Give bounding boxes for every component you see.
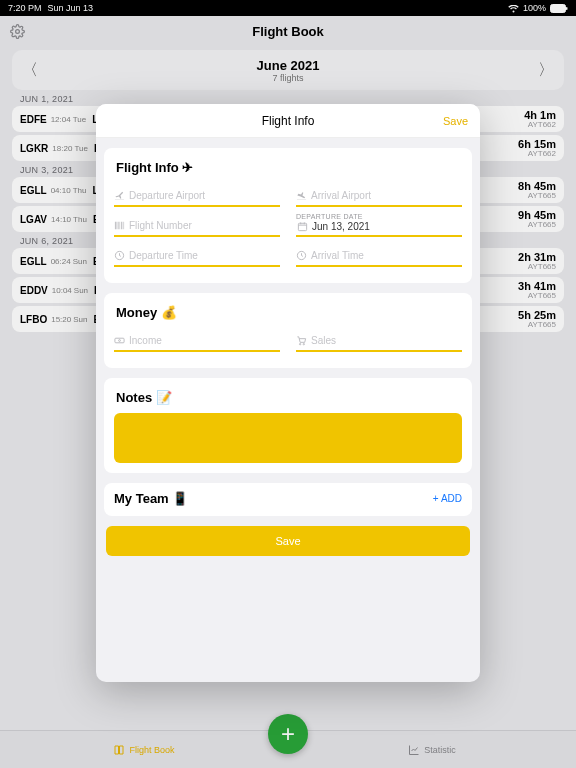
modal-save-link[interactable]: Save bbox=[443, 115, 468, 127]
departure-date-value: Jun 13, 2021 bbox=[312, 221, 370, 232]
income-field[interactable] bbox=[114, 328, 280, 352]
notes-heading: Notes 📝 bbox=[116, 390, 462, 405]
calendar-icon bbox=[296, 221, 308, 232]
money-heading: Money 💰 bbox=[116, 305, 462, 320]
clock-icon bbox=[296, 250, 307, 261]
modal-title: Flight Info bbox=[262, 114, 315, 128]
notes-card: Notes 📝 bbox=[104, 378, 472, 473]
flight-number-input[interactable] bbox=[129, 220, 280, 231]
money-card: Money 💰 bbox=[104, 293, 472, 368]
flight-number-field[interactable] bbox=[114, 213, 280, 237]
income-input[interactable] bbox=[129, 335, 280, 346]
svg-point-7 bbox=[119, 339, 121, 341]
clock-icon bbox=[114, 250, 125, 261]
sales-field[interactable] bbox=[296, 328, 462, 352]
departure-airport-field[interactable] bbox=[114, 183, 280, 207]
svg-point-8 bbox=[299, 343, 300, 344]
svg-rect-6 bbox=[115, 338, 124, 343]
cart-icon bbox=[296, 335, 307, 346]
barcode-icon bbox=[114, 220, 125, 231]
departure-time-input[interactable] bbox=[129, 250, 280, 261]
team-card: My Team 📱 + ADD bbox=[104, 483, 472, 516]
plane-takeoff-icon bbox=[114, 190, 125, 201]
add-team-button[interactable]: + ADD bbox=[433, 493, 462, 504]
arrival-airport-input[interactable] bbox=[311, 190, 462, 201]
plane-land-icon bbox=[296, 190, 307, 201]
departure-date-label: DEPARTURE DATE bbox=[296, 213, 462, 220]
svg-point-9 bbox=[303, 343, 304, 344]
sales-input[interactable] bbox=[311, 335, 462, 346]
save-button[interactable]: Save bbox=[106, 526, 470, 556]
flight-info-card: Flight Info ✈︎ DEPARTURE DATE bbox=[104, 148, 472, 283]
departure-airport-input[interactable] bbox=[129, 190, 280, 201]
notes-textarea[interactable] bbox=[114, 413, 462, 463]
team-heading: My Team 📱 bbox=[114, 491, 188, 506]
flight-info-heading: Flight Info ✈︎ bbox=[116, 160, 462, 175]
arrival-airport-field[interactable] bbox=[296, 183, 462, 207]
departure-time-field[interactable] bbox=[114, 243, 280, 267]
cash-icon bbox=[114, 335, 125, 346]
departure-date-field[interactable]: DEPARTURE DATE Jun 13, 2021 bbox=[296, 213, 462, 237]
flight-info-modal: Flight Info Save Flight Info ✈︎ bbox=[96, 104, 480, 682]
modal-header: Flight Info Save bbox=[96, 104, 480, 138]
arrival-time-field[interactable] bbox=[296, 243, 462, 267]
arrival-time-input[interactable] bbox=[311, 250, 462, 261]
svg-rect-3 bbox=[298, 223, 306, 230]
